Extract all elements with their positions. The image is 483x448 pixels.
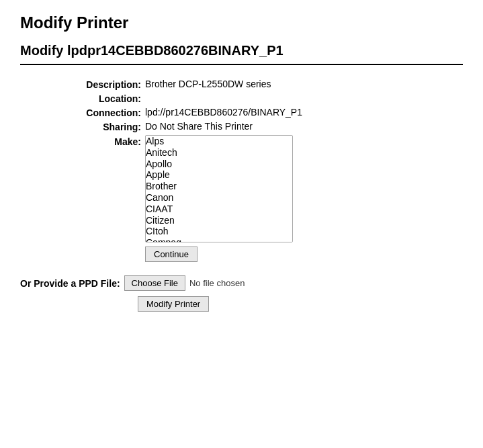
description-label: Description:	[60, 79, 141, 90]
connection-label: Connection:	[60, 107, 141, 118]
no-file-text: No file chosen	[189, 278, 245, 288]
choose-file-label[interactable]: Choose File	[124, 275, 185, 291]
sharing-label: Sharing:	[60, 121, 141, 132]
make-label: Make:	[60, 135, 141, 147]
page-title: Modify Printer	[20, 13, 463, 32]
ppd-label: Or Provide a PPD File:	[20, 278, 120, 289]
make-listbox[interactable]: AlpsAnitechApolloAppleBrotherCanonCIAATC…	[145, 135, 293, 242]
modify-printer-button[interactable]: Modify Printer	[138, 296, 209, 312]
connection-value: lpd://pr14CEBBD860276/BINARY_P1	[145, 107, 463, 118]
description-value: Brother DCP-L2550DW series	[145, 79, 463, 89]
location-label: Location:	[60, 93, 141, 104]
sharing-value: Do Not Share This Printer	[145, 121, 463, 132]
continue-button[interactable]: Continue	[145, 247, 197, 262]
printer-subtitle: Modify lpdpr14CEBBD860276BINARY_P1	[20, 43, 463, 65]
